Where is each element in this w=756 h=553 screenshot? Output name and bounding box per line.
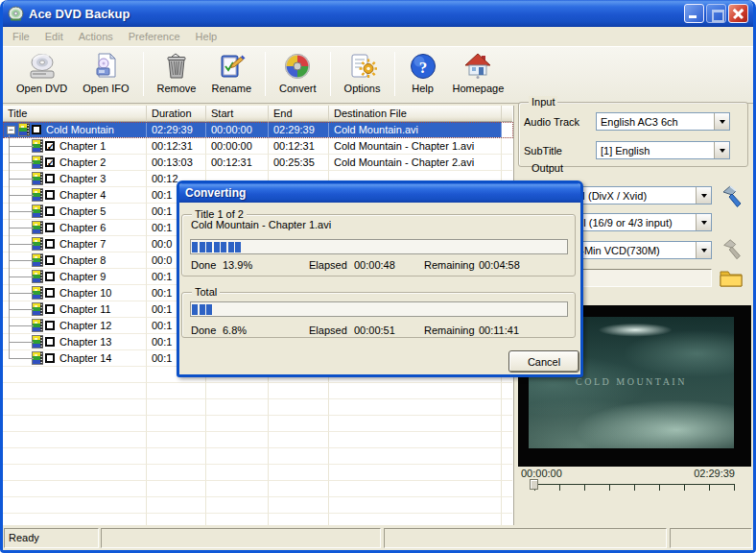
status-panel xyxy=(670,528,752,548)
done-label: Done xyxy=(191,259,216,271)
output-format-select[interactable]: AVI (DivX / Xvid) xyxy=(564,186,712,204)
row-checkbox[interactable] xyxy=(45,304,55,314)
chevron-down-icon[interactable] xyxy=(714,113,729,130)
toolbar-rename-button[interactable]: Rename xyxy=(203,51,259,95)
title-cell: ✓Chapter 1 xyxy=(3,138,147,155)
chevron-down-icon[interactable] xyxy=(696,187,711,204)
toolbar-remove-button[interactable]: Remove xyxy=(150,51,204,95)
column-header-end[interactable]: End xyxy=(269,106,329,122)
output-size-select[interactable]: 74-Min VCD(730M) xyxy=(564,241,712,259)
row-checkbox[interactable] xyxy=(45,239,55,249)
row-checkbox[interactable] xyxy=(45,272,55,281)
caption-buttons xyxy=(684,4,748,23)
row-checkbox[interactable] xyxy=(45,353,55,363)
menu-actions[interactable]: Actions xyxy=(71,29,121,44)
toolbar-homepage-button[interactable]: Homepage xyxy=(445,51,512,95)
elapsed-label: Elapsed xyxy=(309,259,347,271)
status-panel xyxy=(384,528,667,548)
expand-collapse-toggle[interactable]: − xyxy=(7,126,15,134)
remaining-label: Remaining xyxy=(424,325,475,336)
progress-block xyxy=(235,242,241,252)
row-title-label: Cold Mountain xyxy=(46,124,114,135)
row-checkbox[interactable] xyxy=(45,190,55,200)
progress-block xyxy=(221,242,226,252)
timeline-end-time: 02:29:39 xyxy=(694,468,735,479)
row-checkbox[interactable] xyxy=(45,174,55,183)
tree-line xyxy=(9,135,10,358)
browse-folder-button folder-icon[interactable] xyxy=(720,269,743,287)
table-row[interactable]: −Cold Mountain02:29:3900:00:0002:29:39Co… xyxy=(3,122,513,138)
duration-cell: 00:13:03 xyxy=(147,155,206,171)
chevron-down-icon[interactable] xyxy=(696,214,711,230)
menu-bar: FileEditActionsPreferenceHelp xyxy=(3,27,753,46)
toolbar-open-ifo-button[interactable]: Open IFO xyxy=(75,51,136,95)
cancel-button[interactable]: Cancel xyxy=(508,350,579,373)
movie-title-text: Cold Mountain xyxy=(529,376,734,387)
table-row[interactable]: ✓Chapter 200:13:0300:12:3100:25:35Cold M… xyxy=(3,155,513,171)
row-checkbox[interactable] xyxy=(45,321,55,330)
toolbar-help-button[interactable]: ?Help xyxy=(401,51,445,95)
dialog-title-bar[interactable]: Converting xyxy=(179,183,580,203)
converting-dialog: Converting Title 1 of 2 Cold Mountain - … xyxy=(177,180,583,377)
toolbar-convert-button[interactable]: Convert xyxy=(272,51,324,95)
row-checkbox[interactable]: ✓ xyxy=(45,157,55,167)
chevron-down-icon[interactable] xyxy=(696,242,711,258)
dialog-title: Converting xyxy=(185,186,246,200)
toolbar-button-label: Open DVD xyxy=(16,83,67,94)
empty-cell xyxy=(3,399,147,416)
current-progress-bar xyxy=(190,239,568,254)
toolbar-separator xyxy=(394,52,395,96)
output-path-field[interactable]: C:\ xyxy=(564,269,712,287)
empty-cell xyxy=(206,481,269,497)
row-checkbox[interactable] xyxy=(45,223,55,232)
title-bar[interactable]: Ace DVD Backup xyxy=(0,0,756,27)
row-title-label: Chapter 5 xyxy=(59,205,106,217)
empty-cell xyxy=(502,399,512,416)
empty-cell xyxy=(206,416,269,432)
row-checkbox[interactable]: ✓ xyxy=(45,141,55,151)
chevron-down-icon[interactable] xyxy=(714,142,729,158)
column-header-destination-file[interactable]: Destination File xyxy=(329,106,502,122)
row-checkbox[interactable] xyxy=(45,206,55,216)
audio-track-select[interactable]: English AC3 6ch xyxy=(596,112,730,131)
total-progress-stats: Done 6.8% Elapsed 00:00:51 Remaining 00:… xyxy=(182,325,575,337)
subtitle-select[interactable]: [1] English xyxy=(596,141,730,159)
table-row[interactable]: ✓Chapter 100:12:3100:00:0000:12:31Cold M… xyxy=(3,138,513,155)
toolbar-open-dvd-button[interactable]: Open DVD xyxy=(9,51,75,95)
maximize-button[interactable] xyxy=(706,4,726,23)
menu-edit[interactable]: Edit xyxy=(37,29,71,44)
row-checkbox[interactable] xyxy=(45,288,55,298)
toolbar-options-button[interactable]: Options xyxy=(337,51,389,95)
progress-block xyxy=(206,304,212,315)
title-cell: Chapter 14 xyxy=(3,350,147,367)
empty-cell xyxy=(502,465,512,481)
total-progress-bar xyxy=(190,301,568,317)
empty-cell xyxy=(329,383,502,399)
column-header-filler xyxy=(502,106,512,122)
column-header-duration[interactable]: Duration xyxy=(147,106,206,122)
timeline-slider-track[interactable] xyxy=(534,484,735,491)
minimize-button[interactable] xyxy=(684,4,704,23)
row-checkbox[interactable] xyxy=(45,337,55,347)
progress-block xyxy=(200,304,205,315)
start-cell: 00:00:00 xyxy=(206,122,269,138)
close-button[interactable] xyxy=(728,4,748,23)
timeline-slider-thumb[interactable] xyxy=(530,479,538,490)
menu-preference[interactable]: Preference xyxy=(121,29,188,44)
row-checkbox[interactable] xyxy=(32,125,41,134)
empty-cell xyxy=(147,448,206,465)
menu-help[interactable]: Help xyxy=(188,29,225,44)
filler-cell xyxy=(502,138,512,155)
row-title-label: Chapter 1 xyxy=(59,140,106,152)
menu-file[interactable]: File xyxy=(5,29,37,44)
remaining-value: 00:04:58 xyxy=(479,259,520,271)
format-settings-button hammer-icon[interactable] xyxy=(720,184,744,209)
timeline-tick xyxy=(559,485,560,491)
column-header-title[interactable]: Title xyxy=(3,106,147,122)
table-header: TitleDurationStartEndDestination File xyxy=(3,106,513,122)
toolbar-separator xyxy=(330,52,331,96)
output-aspect-select[interactable]: Full (16/9 or 4/3 input) xyxy=(564,213,712,231)
empty-cell xyxy=(269,432,329,448)
row-checkbox[interactable] xyxy=(45,255,55,265)
column-header-start[interactable]: Start xyxy=(206,106,269,122)
